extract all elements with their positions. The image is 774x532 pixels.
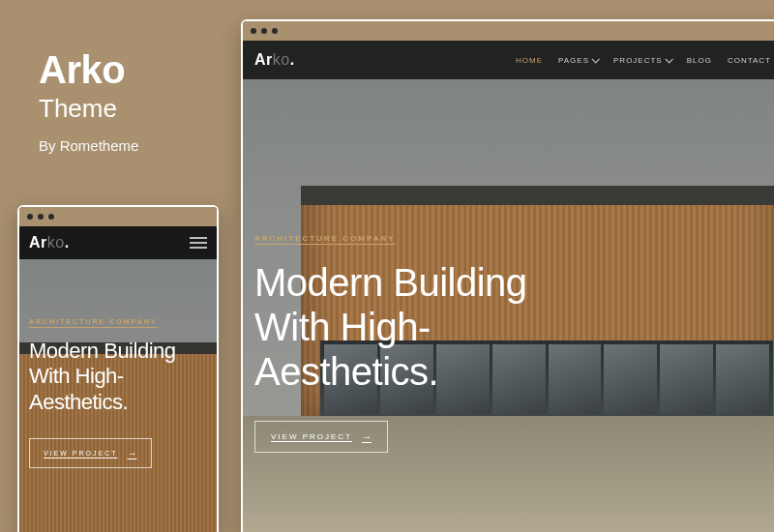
nav-projects-label: PROJECTS	[613, 56, 663, 65]
chevron-down-icon	[591, 55, 599, 63]
hero-eyebrow[interactable]: ARCHITECTURE COMPANY	[254, 234, 603, 243]
nav-contact-label: CONTACT	[728, 56, 771, 65]
chevron-down-icon	[665, 55, 672, 63]
view-project-button[interactable]: VIEW PROJECT →	[254, 421, 388, 453]
hero-headline: Modern Building With High-Aesthetics.	[254, 260, 603, 394]
logo-part1: Ar	[29, 234, 47, 251]
mobile-top-nav: Arko.	[19, 226, 217, 259]
window-dot-icon	[272, 28, 278, 34]
theme-author: By Rometheme	[39, 137, 138, 154]
window-dot-icon	[38, 214, 44, 220]
nav-blog-label: BLOG	[687, 56, 712, 65]
theme-info: Arko Theme By Rometheme	[39, 48, 138, 154]
hamburger-menu-icon[interactable]	[190, 237, 207, 249]
nav-blog[interactable]: BLOG	[687, 56, 712, 65]
logo-part2: ko	[47, 234, 65, 251]
nav-pages[interactable]: PAGES	[558, 56, 598, 65]
hero-section: ARCHITECTURE COMPANY Modern Building Wit…	[254, 234, 603, 453]
cta-label: VIEW PROJECT	[271, 432, 352, 441]
desktop-viewport: Arko. HOME PAGES PROJECTS BLOG CONTACT A…	[243, 41, 774, 532]
mobile-viewport: Arko. ARCHITECTURE COMPANY Modern Buildi…	[19, 226, 217, 532]
hero-eyebrow[interactable]: ARCHITECTURE COMPANY	[29, 318, 203, 325]
nav-home-label: HOME	[516, 56, 543, 65]
window-dot-icon	[48, 214, 54, 220]
hero-headline: Modern Building With High-Aesthetics.	[29, 339, 203, 415]
window-dot-icon	[27, 214, 33, 220]
nav-contact[interactable]: CONTACT	[728, 56, 771, 65]
nav-projects[interactable]: PROJECTS	[613, 56, 671, 65]
logo-part1: Ar	[254, 51, 273, 68]
nav-pages-label: PAGES	[558, 56, 589, 65]
window-titlebar	[243, 21, 774, 41]
view-project-button[interactable]: VIEW PROJECT →	[29, 438, 152, 468]
hero-section: ARCHITECTURE COMPANY Modern Building Wit…	[29, 318, 203, 468]
site-logo[interactable]: Arko.	[254, 51, 295, 69]
theme-title: Arko	[39, 48, 138, 92]
top-nav: Arko. HOME PAGES PROJECTS BLOG CONTACT	[243, 41, 774, 79]
window-titlebar	[19, 207, 217, 226]
window-dot-icon	[261, 28, 267, 34]
cta-label: VIEW PROJECT	[44, 450, 118, 457]
desktop-preview-frame: Arko. HOME PAGES PROJECTS BLOG CONTACT A…	[241, 19, 774, 532]
nav-home[interactable]: HOME	[516, 56, 543, 65]
arrow-right-icon: →	[128, 448, 137, 458]
logo-dot: .	[65, 234, 70, 251]
theme-subtitle: Theme	[39, 94, 138, 124]
mobile-preview-frame: Arko. ARCHITECTURE COMPANY Modern Buildi…	[17, 205, 219, 532]
nav-links: HOME PAGES PROJECTS BLOG CONTACT	[516, 56, 771, 65]
logo-part2: ko	[273, 51, 290, 68]
window-dot-icon	[251, 28, 256, 34]
site-logo[interactable]: Arko.	[29, 234, 70, 251]
logo-dot: .	[290, 51, 295, 68]
arrow-right-icon: →	[362, 431, 372, 442]
